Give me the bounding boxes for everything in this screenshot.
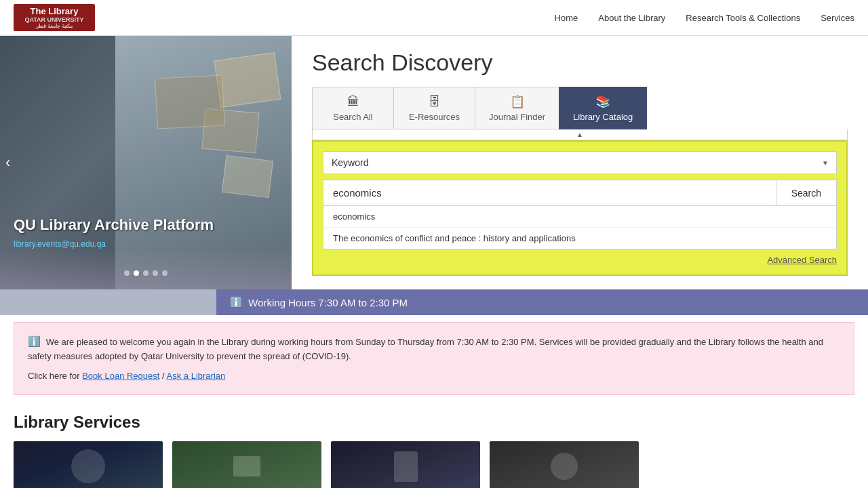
right-content: Search Discovery 🏛 Search All 🗄 E-Resour…	[292, 36, 868, 289]
nav-about[interactable]: About the Library	[598, 13, 665, 23]
keyword-select-wrapper: Keyword Title Author Subject ISBN	[323, 151, 837, 174]
nav-services[interactable]: Services	[821, 13, 854, 23]
library-logo: The Library QATAR UNIVERSITY مكتبة جامعة…	[14, 4, 95, 31]
working-hours-icon: ℹ️	[230, 296, 243, 308]
tab-scroll-indicator[interactable]: ▲	[312, 129, 848, 140]
service-card-2[interactable]	[172, 441, 321, 488]
tab-search-all[interactable]: 🏛 Search All	[312, 87, 393, 129]
service-card-1[interactable]	[14, 441, 163, 488]
carousel: ‹ QU Library Archive Platform library.ev…	[0, 36, 292, 289]
notice-links: Click here for Book Loan Request / Ask a…	[28, 369, 840, 384]
notice-icon: ℹ️	[28, 336, 41, 347]
autocomplete-item-2[interactable]: The economics of conflict and peace : hi…	[323, 228, 836, 249]
search-input[interactable]	[323, 180, 776, 206]
notice-text: We are pleased to welcome you again in t…	[28, 337, 823, 361]
carousel-dot-1[interactable]	[124, 270, 130, 276]
autocomplete-item-1[interactable]: economics	[323, 206, 836, 228]
tab-catalog-label: Library Catalog	[573, 112, 633, 122]
scroll-up-icon: ▲	[576, 131, 583, 138]
carousel-dot-3[interactable]	[143, 270, 149, 276]
book-loan-request-link[interactable]: Book Loan Request	[82, 371, 159, 381]
tab-library-catalog[interactable]: 📚 Library Catalog	[559, 87, 647, 129]
header: The Library QATAR UNIVERSITY مكتبة جامعة…	[0, 0, 868, 36]
search-box-area: Keyword Title Author Subject ISBN Search	[312, 140, 848, 276]
carousel-dots	[124, 270, 167, 276]
ask-librarian-link[interactable]: Ask a Librarian	[167, 371, 226, 381]
search-input-row: Search	[323, 180, 837, 206]
services-grid	[14, 441, 854, 488]
carousel-bottom-bar	[0, 289, 216, 315]
search-tabs: 🏛 Search All 🗄 E-Resources 📋 Journal Fin…	[312, 87, 848, 129]
service-card-3[interactable]	[331, 441, 480, 488]
bottom-area: ℹ️ We are pleased to welcome you again i…	[0, 322, 868, 488]
journal-icon: 📋	[510, 94, 525, 109]
carousel-dot-5[interactable]	[162, 270, 167, 276]
services-title: Library Services	[14, 413, 854, 432]
keyword-select-row: Keyword Title Author Subject ISBN	[323, 151, 837, 174]
library-services: Library Services	[14, 402, 854, 488]
notice-divider: /	[162, 371, 165, 381]
tab-journal-finder[interactable]: 📋 Journal Finder	[475, 87, 559, 129]
notice-box: ℹ️ We are pleased to welcome you again i…	[14, 322, 854, 395]
working-hours-banner: ℹ️ Working Hours 7:30 AM to 2:30 PM	[216, 289, 868, 315]
search-title: Search Discovery	[312, 49, 848, 76]
nav-home[interactable]: Home	[555, 13, 578, 23]
carousel-content: QU Library Archive Platform library.even…	[14, 216, 214, 249]
carousel-dot-2[interactable]	[134, 270, 139, 276]
eresources-icon: 🗄	[429, 95, 441, 109]
tab-search-all-label: Search All	[333, 112, 373, 122]
search-button[interactable]: Search	[776, 180, 837, 206]
advanced-search-row: Advanced Search	[323, 255, 837, 265]
search-all-icon: 🏛	[347, 95, 359, 109]
carousel-link[interactable]: library.events@qu.edu.qa	[14, 239, 214, 249]
nav-research[interactable]: Research Tools & Collections	[686, 13, 800, 23]
advanced-search-link[interactable]: Advanced Search	[767, 255, 837, 265]
notice-click-text: Click here for	[28, 371, 80, 381]
search-area: Search Discovery 🏛 Search All 🗄 E-Resour…	[292, 36, 868, 289]
carousel-prev-button[interactable]: ‹	[5, 154, 10, 171]
main-nav: Home About the Library Research Tools & …	[555, 13, 854, 23]
autocomplete-dropdown: economics The economics of conflict and …	[323, 206, 837, 249]
tab-journal-label: Journal Finder	[489, 112, 545, 122]
working-hours-text: Working Hours 7:30 AM to 2:30 PM	[248, 297, 408, 308]
service-card-4[interactable]	[490, 441, 639, 488]
carousel-dot-4[interactable]	[153, 270, 158, 276]
tab-eresources-label: E-Resources	[409, 112, 460, 122]
arabic-pattern	[0, 249, 292, 289]
carousel-title: QU Library Archive Platform	[14, 216, 214, 235]
working-hours-section: ℹ️ Working Hours 7:30 AM to 2:30 PM	[0, 289, 868, 315]
tab-eresources[interactable]: 🗄 E-Resources	[393, 87, 475, 129]
main-content: ‹ QU Library Archive Platform library.ev…	[0, 36, 868, 289]
logo-area: The Library QATAR UNIVERSITY مكتبة جامعة…	[14, 4, 95, 31]
keyword-select[interactable]: Keyword Title Author Subject ISBN	[323, 151, 837, 174]
catalog-icon: 📚	[595, 94, 610, 109]
